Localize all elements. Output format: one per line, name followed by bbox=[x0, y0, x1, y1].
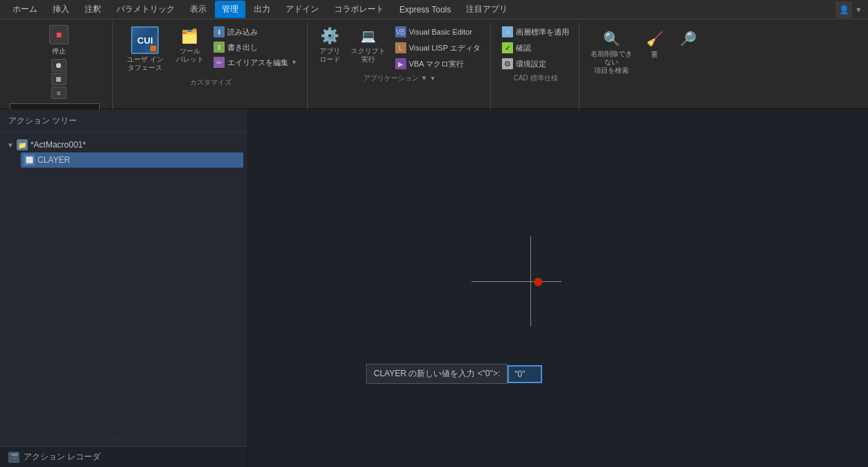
delete-label: 名前削除できない項目を検索 bbox=[591, 50, 632, 75]
footer-icon: 🎬 bbox=[8, 452, 19, 463]
menu-addon[interactable]: アドイン bbox=[279, 1, 326, 18]
script-icon: 💻 bbox=[357, 25, 379, 47]
sidebar-dots: · · · · · · · · · · bbox=[0, 433, 248, 446]
export-button[interactable]: ⬆ 書き出し bbox=[211, 40, 300, 54]
sidebar-title: アクション ツリー bbox=[0, 109, 248, 133]
clayer-item[interactable]: ⬜ CLAYER bbox=[21, 152, 243, 168]
cad-group-label: CAD 標準仕様 bbox=[514, 73, 558, 83]
menu-manage[interactable]: 管理 bbox=[215, 1, 245, 18]
appload-button[interactable]: ⚙️ アプリロード bbox=[316, 24, 344, 65]
menu-annotation[interactable]: 注釈 bbox=[78, 1, 108, 18]
settings-button[interactable]: ⚙ 環境設定 bbox=[499, 57, 572, 71]
heavy-button[interactable]: 🧹 重 bbox=[641, 26, 668, 61]
layer-standard-button[interactable]: ≡ 画層標準を適用 bbox=[499, 25, 572, 39]
playback-btn[interactable]: ⏹ bbox=[51, 73, 67, 85]
appload-icon: ⚙️ bbox=[319, 25, 341, 47]
menu-insert[interactable]: 挿入 bbox=[46, 1, 76, 18]
stop-button[interactable]: ■ bbox=[49, 25, 69, 44]
check-icon: ✓ bbox=[502, 42, 513, 53]
delete-button[interactable]: 🔍 名前削除できない項目を検索 bbox=[588, 26, 635, 76]
content-area: アクション ツリー ▼ 📁 *ActMacro001* ⬜ CLAYER · ·… bbox=[0, 109, 868, 467]
import-export-col: ⬇ 読み込み ⬆ 書き出し ✏ エイリアスを編集 ▼ bbox=[211, 25, 300, 69]
layer-standard-label: 画層標準を適用 bbox=[516, 27, 569, 37]
import-label: 読み込み bbox=[227, 27, 258, 37]
vba-button[interactable]: ▶ VBA マクロ実行 bbox=[392, 57, 484, 71]
ribbon: ■ 停止 ⏺ ⏹ ≡ ▼ CUI bbox=[0, 19, 868, 109]
vb-editor-label: Visual Basic Editor bbox=[409, 28, 473, 36]
export-label: 書き出し bbox=[227, 42, 258, 53]
sidebar: アクション ツリー ▼ 📁 *ActMacro001* ⬜ CLAYER · ·… bbox=[0, 109, 248, 467]
menu-output[interactable]: 出力 bbox=[247, 1, 277, 18]
tree-expand-arrow[interactable]: ▼ bbox=[7, 141, 14, 149]
record-small-btn[interactable]: ⏺ bbox=[51, 59, 67, 71]
cui-label: ユーザ インタフェース bbox=[127, 55, 164, 72]
check-label: 確認 bbox=[516, 43, 531, 53]
menu-featured-apps[interactable]: 注目アプリ bbox=[459, 1, 514, 18]
footer-label: アクション レコーダ bbox=[24, 451, 101, 463]
clayer-label: CLAYER bbox=[37, 155, 70, 165]
alias-label: エイリアスを編集 bbox=[227, 58, 288, 68]
tree-root-label: *ActMacro001* bbox=[31, 140, 86, 150]
stop-label: 停止 bbox=[52, 46, 66, 56]
tree-root-item[interactable]: ▼ 📁 *ActMacro001* bbox=[4, 137, 243, 152]
menu-bar: ホーム 挿入 注釈 パラメトリック 表示 管理 出力 アドイン コラボレート E… bbox=[0, 0, 868, 19]
settings-icon: ⚙ bbox=[502, 58, 513, 69]
appload-label: アプリロード bbox=[320, 47, 340, 64]
lisp-editor-button[interactable]: L Visual LISP エディタ bbox=[392, 41, 484, 55]
cui-button[interactable]: CUI ユーザ インタフェース bbox=[121, 24, 169, 75]
cui-text: CUI bbox=[137, 35, 153, 46]
import-button[interactable]: ⬇ 読み込み bbox=[211, 25, 300, 39]
prompt-label: CLAYER の新しい値を入力 <"0">: bbox=[366, 364, 507, 384]
user-icon[interactable]: 👤 bbox=[835, 1, 852, 18]
menu-collaborate[interactable]: コラボレート bbox=[327, 1, 391, 18]
vb-editor-button[interactable]: VB Visual Basic Editor bbox=[392, 25, 484, 39]
magnify-button[interactable]: 🔎 bbox=[674, 26, 702, 51]
application-group-label: アプリケーション ▼ ▼ bbox=[363, 73, 436, 83]
clayer-icon: ⬜ bbox=[24, 155, 35, 166]
vba-icon: ▶ bbox=[395, 58, 406, 69]
crosshair-vertical bbox=[530, 236, 531, 326]
vb-editor-icon: VB bbox=[395, 26, 406, 37]
options-btn[interactable]: ≡ bbox=[51, 87, 67, 99]
lisp-editor-label: Visual LISP エディタ bbox=[409, 43, 481, 53]
vba-label: VBA マクロ実行 bbox=[409, 59, 464, 69]
tree-child-container: ⬜ CLAYER bbox=[21, 152, 243, 168]
script-label: スクリプト実行 bbox=[351, 47, 385, 64]
delete-icon: 🔍 bbox=[600, 28, 623, 50]
action-tree: ▼ 📁 *ActMacro001* ⬜ CLAYER bbox=[0, 133, 248, 433]
script-button[interactable]: 💻 スクリプト実行 bbox=[348, 24, 388, 65]
check-button[interactable]: ✓ 確認 bbox=[499, 41, 572, 55]
prompt-input[interactable] bbox=[507, 365, 542, 383]
stop-group: ■ 停止 ⏺ ⏹ ≡ ▼ bbox=[6, 22, 113, 121]
cursor-dot bbox=[534, 278, 542, 286]
settings-label: 環境設定 bbox=[516, 59, 546, 69]
menu-express-tools[interactable]: Express Tools bbox=[392, 2, 458, 17]
menu-parametric[interactable]: パラメトリック bbox=[110, 1, 182, 18]
main-canvas[interactable]: CLAYER の新しい値を入力 <"0">: bbox=[248, 109, 868, 467]
app-group-arrow[interactable]: ▼ bbox=[430, 75, 436, 82]
sidebar-footer: 🎬 アクション レコーダ bbox=[0, 446, 248, 467]
lisp-editor-icon: L bbox=[395, 42, 406, 53]
export-icon: ⬆ bbox=[214, 42, 225, 53]
heavy-label: 重 bbox=[651, 50, 658, 60]
import-icon: ⬇ bbox=[214, 26, 225, 37]
input-prompt: CLAYER の新しい値を入力 <"0">: bbox=[366, 364, 542, 384]
customize-group: CUI ユーザ インタフェース 🗂️ ツールパレット ⬇ 読み込み ⬆ bbox=[114, 22, 308, 121]
dropdown-arrow[interactable]: ▼ bbox=[855, 6, 862, 14]
alias-icon: ✏ bbox=[214, 57, 225, 68]
customize-group-label: カスタマイズ bbox=[190, 78, 232, 87]
cad-standards-group: ≡ 画層標準を適用 ✓ 確認 ⚙ 環境設定 CAD 標準仕様 bbox=[492, 22, 580, 121]
tree-root-icon: 📁 bbox=[17, 139, 28, 150]
menu-view[interactable]: 表示 bbox=[183, 1, 214, 18]
application-group: ⚙️ アプリロード 💻 スクリプト実行 VB Visual Basic Edit… bbox=[309, 22, 492, 121]
layer-standard-icon: ≡ bbox=[502, 26, 513, 37]
alias-button[interactable]: ✏ エイリアスを編集 ▼ bbox=[211, 55, 300, 69]
alias-dropdown[interactable]: ▼ bbox=[291, 59, 297, 66]
tools-palette-button[interactable]: 🗂️ ツールパレット bbox=[173, 24, 207, 65]
crosshair-horizontal bbox=[471, 281, 562, 282]
clean-group: 🔍 名前削除できない項目を検索 🧹 重 🔎 クリーンア bbox=[581, 22, 709, 121]
menu-home[interactable]: ホーム bbox=[6, 1, 44, 18]
tools-palette-label: ツールパレット bbox=[176, 47, 204, 64]
app-small-btns: VB Visual Basic Editor L Visual LISP エディ… bbox=[392, 25, 484, 71]
magnify-icon: 🔎 bbox=[677, 28, 699, 50]
